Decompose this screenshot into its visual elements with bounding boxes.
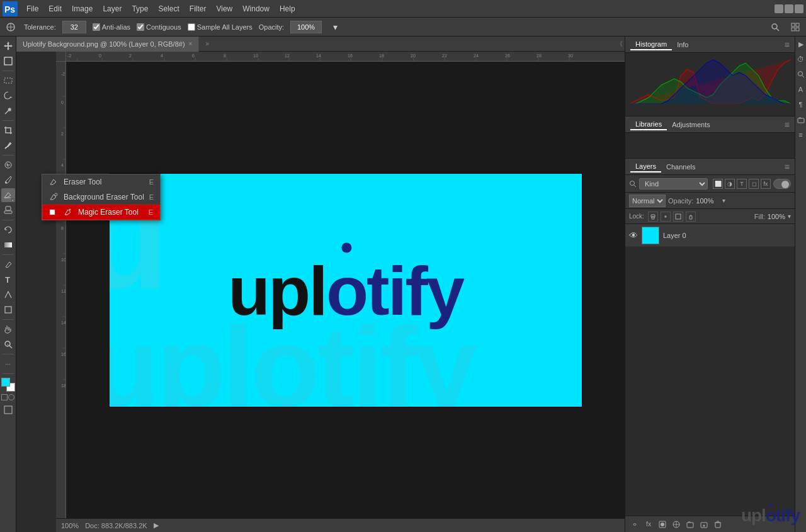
contiguous-checkbox[interactable] [137, 23, 144, 31]
tab-histogram[interactable]: Histogram [630, 39, 672, 50]
maximize-button[interactable] [785, 4, 793, 13]
menu-window[interactable]: Window [237, 3, 275, 14]
menu-filter[interactable]: Filter [184, 3, 212, 14]
right-strip-properties[interactable]: A [796, 84, 806, 94]
opacity-dropdown-icon[interactable]: ▾ [328, 20, 342, 34]
tab-adjustments[interactable]: Adjustments [667, 120, 715, 130]
fill-arrow[interactable]: ▾ [788, 213, 791, 220]
lock-all-icon[interactable] [686, 212, 696, 222]
panel-collapse-icon[interactable]: 《 [615, 37, 625, 52]
menu-help[interactable]: Help [275, 3, 300, 14]
pen-tool[interactable] [1, 258, 15, 271]
screen-mode[interactable] [1, 403, 15, 417]
svg-text:0: 0 [99, 54, 101, 58]
tab-close-button[interactable]: × [189, 40, 193, 47]
more-tools[interactable]: ··· [1, 357, 15, 371]
histogram-menu-icon[interactable]: ≡ [785, 40, 790, 50]
right-strip-layers-btn[interactable] [796, 115, 806, 125]
healing-tool[interactable] [1, 158, 15, 172]
right-strip-search[interactable] [796, 69, 806, 79]
ps-logo: Ps [3, 1, 18, 16]
lock-artboard-icon[interactable] [673, 212, 683, 222]
menu-view[interactable]: View [211, 3, 237, 14]
quick-mask-mode[interactable] [1, 394, 14, 400]
ctx-bg-eraser-tool[interactable]: Background Eraser Tool E [42, 190, 160, 205]
stamp-tool[interactable] [1, 203, 15, 217]
menu-image[interactable]: Image [67, 3, 98, 14]
brush-tool[interactable] [1, 173, 15, 187]
minimize-button[interactable] [775, 4, 783, 13]
tab-layers[interactable]: Layers [630, 161, 661, 173]
gradient-tool[interactable] [1, 238, 15, 252]
layer-link-icon[interactable] [629, 519, 640, 530]
tab-channels[interactable]: Channels [661, 162, 700, 172]
filter-pixel-icon[interactable]: ⬜ [713, 179, 723, 189]
anti-alias-checkbox[interactable] [93, 23, 100, 31]
layer-mask-icon[interactable] [657, 519, 668, 530]
panels-icon[interactable] [788, 20, 802, 34]
tolerance-input[interactable] [62, 21, 86, 33]
canvas-image[interactable]: u uplotify uplotify [110, 174, 582, 407]
layer-adj-icon[interactable] [671, 519, 682, 530]
ctx-magic-eraser-tool[interactable]: Magic Eraser Tool E [42, 205, 160, 220]
menu-file[interactable]: File [21, 3, 43, 14]
right-strip-channels-btn[interactable]: ≡ [796, 130, 806, 140]
filter-effect-icon[interactable]: fx [761, 179, 771, 189]
eyedropper-tool[interactable] [1, 139, 15, 152]
lasso-tool[interactable] [1, 89, 15, 103]
opacity-arrow[interactable]: ▾ [722, 197, 731, 204]
artboard-tool[interactable] [1, 54, 15, 68]
layers-kind-select[interactable]: Kind [639, 178, 708, 190]
crop-tool[interactable] [1, 123, 15, 137]
menu-layer[interactable]: Layer [98, 3, 127, 14]
menu-type[interactable]: Type [127, 3, 153, 14]
libraries-menu-icon[interactable]: ≡ [785, 120, 790, 130]
blend-mode-select[interactable]: Normal [629, 195, 666, 207]
tab-expand-button[interactable]: » [202, 40, 213, 47]
canvas-tab[interactable]: Uplotify Background.png @ 100% (Layer 0,… [16, 37, 199, 52]
filter-type-icon[interactable]: T [737, 179, 747, 189]
window-controls [775, 4, 803, 13]
layer-group-icon[interactable] [684, 519, 696, 530]
canvas-scroll[interactable]: u uplotify uplotify [66, 62, 625, 518]
layer-fx-icon[interactable]: fx [643, 519, 654, 530]
history-brush-tool[interactable] [1, 223, 15, 237]
layer-delete-icon[interactable] [712, 519, 724, 530]
layer-visibility-icon[interactable]: 👁 [629, 230, 638, 241]
layers-filter-toggle[interactable] [773, 179, 791, 189]
layer-new-icon[interactable] [698, 519, 710, 530]
menu-select[interactable]: Select [153, 3, 184, 14]
svg-rect-18 [4, 211, 12, 213]
eraser-tool[interactable]: ▾ [1, 188, 15, 202]
magic-wand-tool[interactable] [1, 104, 15, 118]
path-selection-tool[interactable] [1, 288, 15, 302]
move-tool[interactable] [1, 39, 15, 53]
filter-adj-icon[interactable]: ◑ [725, 179, 735, 189]
tab-info[interactable]: Info [672, 40, 693, 50]
canvas-inner: u uplotify uplotify [66, 62, 625, 518]
layer-name: Layer 0 [663, 232, 791, 239]
right-strip-paragraph[interactable]: ¶ [796, 99, 806, 110]
hand-tool[interactable] [1, 322, 15, 336]
text-tool[interactable]: T [1, 273, 15, 286]
layers-menu-icon[interactable]: ≡ [785, 162, 790, 172]
ctx-eraser-tool[interactable]: Eraser Tool E [42, 174, 160, 190]
menu-edit[interactable]: Edit [43, 3, 67, 14]
close-button[interactable] [795, 4, 803, 13]
right-strip-history[interactable]: ⏱ [796, 54, 806, 64]
lock-position-icon[interactable] [661, 212, 671, 222]
zoom-tool[interactable]: + [1, 337, 15, 351]
opacity-input[interactable] [290, 21, 322, 33]
status-arrow[interactable]: ▶ [154, 521, 159, 529]
tab-libraries[interactable]: Libraries [630, 119, 667, 130]
right-strip-play[interactable]: ▶ [796, 39, 806, 49]
separator-2 [3, 120, 14, 121]
lock-pixels-icon[interactable] [648, 212, 658, 222]
color-swatches[interactable] [1, 378, 15, 392]
filter-shape-icon[interactable]: ◻ [749, 179, 759, 189]
shape-tool[interactable] [1, 303, 15, 317]
marquee-tool[interactable] [1, 74, 15, 88]
layer-row[interactable]: 👁 Layer 0 [625, 224, 795, 247]
search-icon[interactable] [768, 20, 782, 34]
sample-all-checkbox[interactable] [188, 23, 195, 31]
